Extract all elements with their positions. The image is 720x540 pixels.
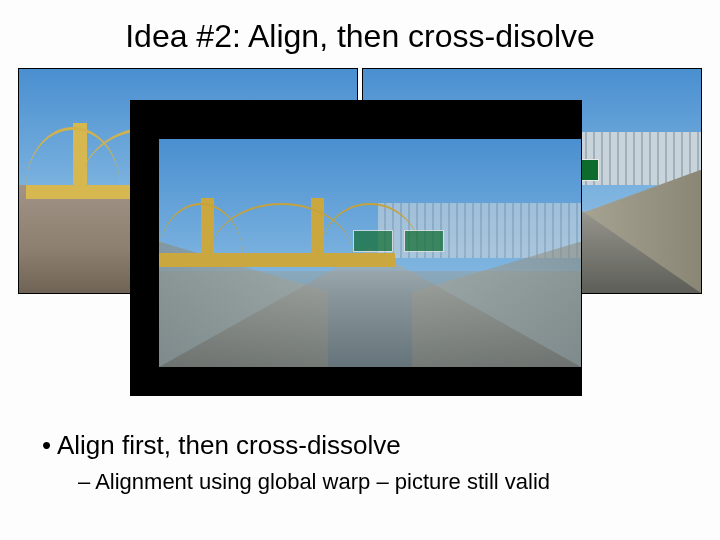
bullet-sub: Alignment using global warp – picture st… (78, 469, 690, 495)
bullet-main: Align first, then cross-dissolve (42, 430, 690, 461)
bullet-list: Align first, then cross-dissolve Alignme… (42, 430, 690, 495)
image-composite-area (18, 68, 702, 408)
slide-title: Idea #2: Align, then cross-disolve (0, 18, 720, 55)
photo-center-blended (130, 100, 582, 396)
